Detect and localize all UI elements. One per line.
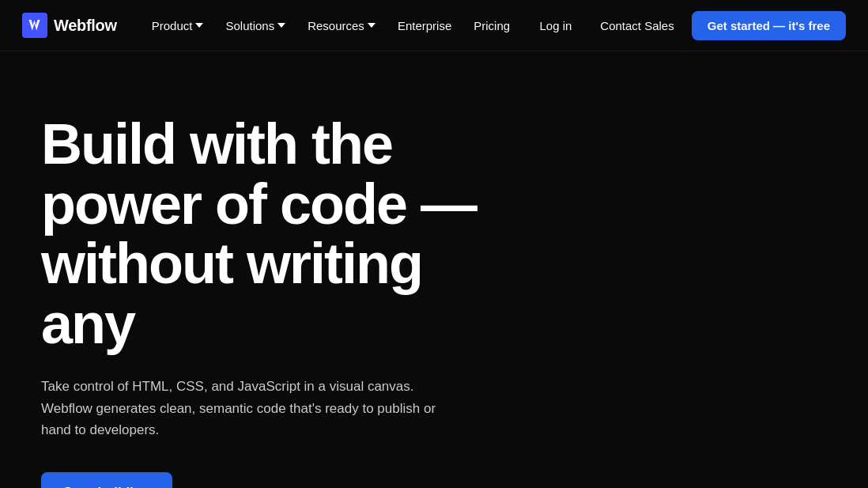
- logo-link[interactable]: Webflow: [22, 13, 117, 38]
- nav-links: Product Solutions Resources Enterprise P…: [142, 13, 529, 39]
- hero-heading: Build with the power of code — without w…: [41, 115, 528, 354]
- hero-content: Build with the power of code — without w…: [0, 51, 569, 488]
- logo-text: Webflow: [54, 17, 117, 35]
- start-building-button[interactable]: Start building: [41, 472, 172, 488]
- svg-rect-0: [22, 13, 47, 38]
- nav-pricing[interactable]: Pricing: [464, 13, 519, 39]
- contact-sales-link[interactable]: Contact Sales: [589, 13, 685, 39]
- nav-solutions[interactable]: Solutions: [216, 13, 295, 39]
- hero-subtext: Take control of HTML, CSS, and JavaScrip…: [41, 376, 468, 441]
- nav-resources[interactable]: Resources: [298, 13, 385, 39]
- chevron-down-icon: [195, 23, 203, 28]
- login-link[interactable]: Log in: [528, 13, 583, 39]
- get-started-button[interactable]: Get started — it's free: [692, 11, 846, 40]
- webflow-logo-icon: [22, 13, 47, 38]
- hero-section: Build with the power of code — without w…: [0, 51, 868, 488]
- navbar: Webflow Product Solutions Resources Ente…: [0, 0, 868, 51]
- nav-right: Log in Contact Sales Get started — it's …: [528, 11, 846, 40]
- nav-enterprise[interactable]: Enterprise: [388, 13, 461, 39]
- nav-product[interactable]: Product: [142, 13, 213, 39]
- chevron-down-icon: [368, 23, 376, 28]
- chevron-down-icon: [277, 23, 285, 28]
